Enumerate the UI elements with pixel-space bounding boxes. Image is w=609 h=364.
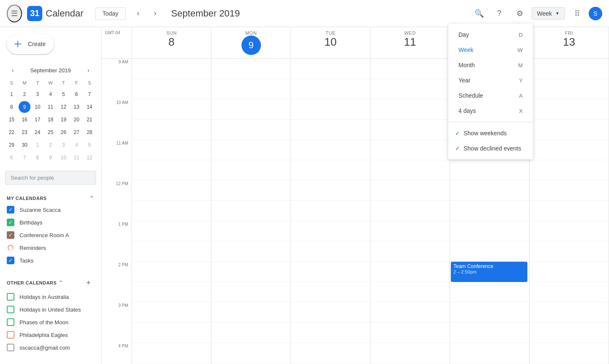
my-calendar-item[interactable]: ✓Suzanne Scacca bbox=[0, 203, 101, 216]
hour-line bbox=[132, 99, 211, 120]
next-arrow[interactable]: › bbox=[148, 6, 163, 21]
my-calendar-item[interactable]: Reminders bbox=[0, 241, 101, 254]
svg-point-0 bbox=[17, 41, 18, 41]
calendar-checkbox[interactable]: ✓ bbox=[7, 257, 14, 264]
search-people-input[interactable] bbox=[5, 171, 96, 185]
mini-day[interactable]: 13 bbox=[71, 101, 82, 113]
mini-day[interactable]: 25 bbox=[44, 126, 56, 138]
create-button[interactable]: Create bbox=[7, 34, 54, 54]
calendar-checkbox[interactable]: ✓ bbox=[7, 219, 14, 226]
mini-day[interactable]: 16 bbox=[19, 114, 30, 126]
other-calendar-item[interactable]: Phases of the Moon bbox=[0, 316, 101, 328]
mini-day[interactable]: 4 bbox=[71, 139, 82, 151]
menu-icon[interactable]: ☰ bbox=[7, 5, 22, 22]
mini-day[interactable]: 5 bbox=[58, 88, 69, 100]
mini-cal-prev[interactable]: ‹ bbox=[7, 64, 19, 76]
mini-day[interactable]: 9 bbox=[19, 101, 30, 113]
mini-day[interactable]: 18 bbox=[44, 114, 56, 126]
settings-icon[interactable]: ⚙ bbox=[511, 5, 528, 22]
avatar[interactable]: S bbox=[589, 7, 602, 20]
day-column[interactable] bbox=[291, 59, 370, 364]
mini-day[interactable]: 23 bbox=[19, 126, 30, 138]
mini-day[interactable]: 19 bbox=[58, 114, 69, 126]
mini-day[interactable]: 12 bbox=[58, 101, 69, 113]
day-column[interactable] bbox=[132, 59, 211, 364]
day-column[interactable] bbox=[211, 59, 291, 364]
mini-day[interactable]: 14 bbox=[84, 101, 96, 113]
search-icon[interactable]: 🔍 bbox=[471, 5, 488, 22]
calendar-checkbox[interactable] bbox=[7, 293, 14, 301]
mini-day[interactable]: 6 bbox=[71, 88, 82, 100]
mini-day[interactable]: 7 bbox=[19, 152, 30, 164]
dropdown-item[interactable]: Schedule A bbox=[448, 88, 533, 103]
dropdown-item[interactable]: Week W bbox=[448, 42, 533, 57]
other-calendar-item[interactable]: sscacca@gmail.com bbox=[0, 341, 101, 354]
day-column[interactable] bbox=[370, 59, 450, 364]
dropdown-check-item[interactable]: ✓ Show declined events bbox=[448, 141, 533, 156]
mini-cal-next[interactable]: › bbox=[82, 64, 94, 76]
mini-day[interactable]: 2 bbox=[44, 139, 56, 151]
calendar-grid[interactable]: 9 AM10 AM11 AM12 PM1 PM2 PM3 PM4 PM5 PM6… bbox=[102, 59, 609, 364]
my-calendar-item[interactable]: ✓Conference Room A bbox=[0, 229, 101, 241]
mini-day[interactable]: 24 bbox=[32, 126, 44, 138]
other-calendar-item[interactable]: Philadelphia Eagles bbox=[0, 328, 101, 341]
event-title: Team Conference bbox=[453, 263, 525, 269]
mini-day[interactable]: 6 bbox=[5, 152, 17, 164]
other-calendar-item[interactable]: Holidays in United States bbox=[0, 303, 101, 316]
mini-day[interactable]: 5 bbox=[84, 139, 96, 151]
calendar-checkbox[interactable] bbox=[7, 331, 14, 339]
mini-day[interactable]: 27 bbox=[71, 126, 82, 138]
mini-day[interactable]: 4 bbox=[44, 88, 56, 100]
mini-day[interactable]: 26 bbox=[58, 126, 69, 138]
other-calendar-item[interactable]: Holidays in Australia bbox=[0, 290, 101, 303]
my-calendar-item[interactable]: ✓Tasks bbox=[0, 254, 101, 267]
calendar-event[interactable]: Team Conference 2 – 2:50pm bbox=[451, 262, 527, 282]
apps-icon[interactable]: ⠿ bbox=[568, 5, 585, 22]
calendar-checkbox[interactable] bbox=[7, 306, 14, 313]
dropdown-item[interactable]: Day D bbox=[448, 27, 533, 42]
mini-day[interactable]: 11 bbox=[44, 101, 56, 113]
dropdown-shortcut: X bbox=[519, 108, 523, 114]
dropdown-item[interactable]: Year Y bbox=[448, 73, 533, 88]
dropdown-item-label: Month bbox=[458, 62, 475, 68]
mini-day[interactable]: 1 bbox=[5, 88, 17, 100]
sidebar: Create ‹ September 2019 › S M T W T F S … bbox=[0, 27, 102, 364]
mini-day[interactable]: 3 bbox=[58, 139, 69, 151]
today-button[interactable]: Today bbox=[95, 7, 125, 20]
calendar-checkbox[interactable]: ✓ bbox=[7, 206, 14, 213]
mini-day[interactable]: 21 bbox=[84, 114, 96, 126]
my-calendar-item[interactable]: ✓Birthdays bbox=[0, 216, 101, 229]
my-calendars-header[interactable]: My calendars ⌃ bbox=[0, 192, 101, 203]
mini-day[interactable]: 8 bbox=[5, 101, 17, 113]
calendar-checkbox[interactable]: ✓ bbox=[7, 231, 14, 239]
dropdown-item[interactable]: 4 days X bbox=[448, 103, 533, 118]
mini-day[interactable]: 9 bbox=[44, 152, 56, 164]
mini-day[interactable]: 28 bbox=[84, 126, 96, 138]
mini-day[interactable]: 12 bbox=[84, 152, 96, 164]
hour-line bbox=[132, 221, 211, 241]
mini-day[interactable]: 10 bbox=[32, 101, 44, 113]
calendar-checkbox[interactable] bbox=[7, 344, 14, 351]
mini-day[interactable]: 7 bbox=[84, 88, 96, 100]
dropdown-check-item[interactable]: ✓ Show weekends bbox=[448, 126, 533, 141]
mini-day[interactable]: 15 bbox=[5, 114, 17, 126]
mini-day[interactable]: 22 bbox=[5, 126, 17, 138]
mini-day[interactable]: 1 bbox=[32, 139, 44, 151]
add-other-calendar-button[interactable]: + bbox=[82, 277, 94, 289]
mini-day[interactable]: 8 bbox=[32, 152, 44, 164]
mini-day[interactable]: 3 bbox=[32, 88, 44, 100]
prev-arrow[interactable]: ‹ bbox=[131, 6, 146, 21]
mini-day[interactable]: 2 bbox=[19, 88, 30, 100]
mini-day[interactable]: 30 bbox=[19, 139, 30, 151]
mini-day[interactable]: 20 bbox=[71, 114, 82, 126]
view-selector[interactable]: Week ▼ bbox=[532, 7, 565, 20]
calendar-checkbox[interactable] bbox=[7, 318, 14, 326]
help-icon[interactable]: ? bbox=[491, 5, 508, 22]
dropdown-item[interactable]: Month M bbox=[448, 57, 533, 73]
mini-day[interactable]: 11 bbox=[71, 152, 82, 164]
mini-day[interactable]: 17 bbox=[32, 114, 44, 126]
mini-day[interactable]: 10 bbox=[58, 152, 69, 164]
mini-day[interactable]: 29 bbox=[5, 139, 17, 151]
day-column[interactable] bbox=[529, 59, 609, 364]
other-calendars-toggle[interactable]: Other calendars ⌃ bbox=[7, 279, 63, 286]
